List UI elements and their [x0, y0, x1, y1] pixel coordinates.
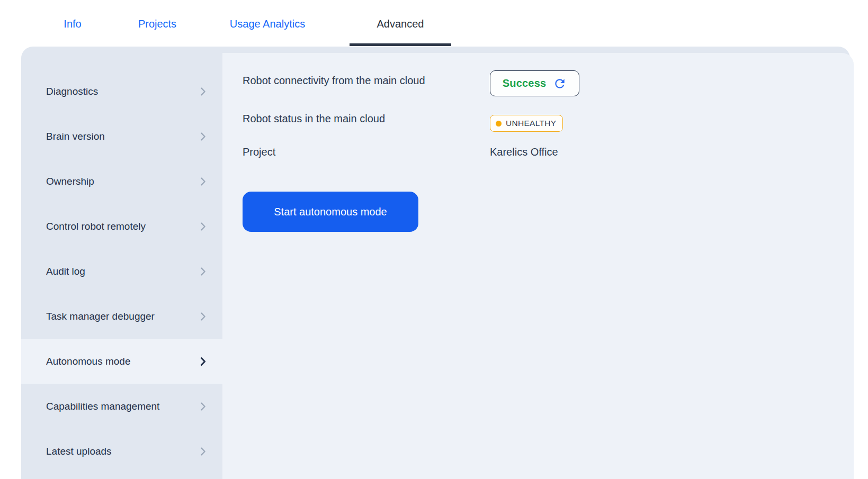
tab-usage-analytics[interactable]: Usage Analytics — [230, 16, 305, 32]
sidebar-item-brain-version[interactable]: Brain version — [21, 114, 222, 159]
sidebar-item-label: Task manager debugger — [46, 311, 155, 322]
sidebar-item-autonomous-mode[interactable]: Autonomous mode — [21, 339, 222, 384]
tab-info[interactable]: Info — [64, 16, 81, 32]
sidebar-item-label: Capabilities management — [46, 401, 159, 412]
sidebar-item-label: Latest uploads — [46, 446, 112, 457]
chevron-right-icon — [197, 131, 209, 142]
sidebar-item-capabilities-management[interactable]: Capabilities management — [21, 384, 222, 429]
health-status-badge: UNHEALTHY — [490, 115, 563, 132]
status-dot-icon — [496, 121, 502, 126]
tab-bar: Info Projects Usage Analytics Advanced — [0, 0, 868, 47]
project-value: Karelics Office — [490, 146, 558, 158]
chevron-right-icon — [197, 266, 209, 277]
start-autonomous-mode-label: Start autonomous mode — [274, 206, 387, 218]
chevron-right-icon — [197, 86, 209, 97]
refresh-icon — [553, 77, 567, 91]
sidebar-item-task-manager-debugger[interactable]: Task manager debugger — [21, 294, 222, 339]
sidebar-item-label: Diagnostics — [46, 86, 98, 97]
sidebar-item-label: Autonomous mode — [46, 356, 131, 367]
sidebar-item-label: Audit log — [46, 266, 85, 277]
chevron-right-icon — [197, 356, 209, 367]
connectivity-status-refresh-button[interactable]: Success — [490, 70, 579, 96]
chevron-right-icon — [197, 311, 209, 322]
robot-status-label: Robot status in the main cloud — [243, 113, 385, 125]
chevron-right-icon — [197, 176, 209, 187]
sidebar-item-audit-log[interactable]: Audit log — [21, 249, 222, 294]
connectivity-status-value: Success — [503, 77, 547, 89]
sidebar-item-label: Brain version — [46, 131, 105, 142]
sidebar-item-control-robot-remotely[interactable]: Control robot remotely — [21, 204, 222, 249]
health-status-value: UNHEALTHY — [506, 119, 556, 128]
connectivity-label: Robot connectivity from the main cloud — [243, 75, 425, 87]
sidebar-item-latest-uploads[interactable]: Latest uploads — [21, 429, 222, 474]
autonomous-mode-content: Robot connectivity from the main cloud S… — [222, 53, 854, 479]
tab-advanced[interactable]: Advanced — [377, 16, 424, 32]
sidebar-item-label: Ownership — [46, 176, 94, 187]
active-tab-indicator — [350, 43, 451, 46]
chevron-right-icon — [197, 221, 209, 232]
project-label: Project — [243, 146, 275, 158]
sidebar-item-label: Control robot remotely — [46, 221, 146, 232]
start-autonomous-mode-button[interactable]: Start autonomous mode — [243, 192, 418, 232]
tab-projects[interactable]: Projects — [138, 16, 176, 32]
chevron-right-icon — [197, 446, 209, 457]
sidebar-item-ownership[interactable]: Ownership — [21, 159, 222, 204]
sidebar-item-diagnostics[interactable]: Diagnostics — [21, 69, 222, 114]
chevron-right-icon — [197, 401, 209, 412]
